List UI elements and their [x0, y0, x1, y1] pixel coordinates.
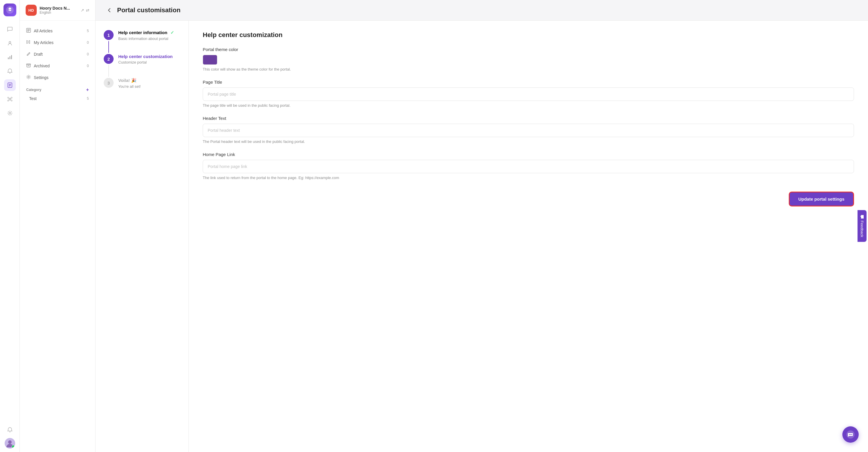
- step-1: 1 Help center information ✓ Basic inform…: [104, 30, 180, 54]
- sidebar-item-label: Draft: [34, 52, 42, 57]
- sidebar-category-test[interactable]: Test 5: [23, 94, 92, 103]
- step-1-connector: [108, 41, 109, 53]
- archived-icon: [26, 63, 31, 69]
- steps-panel: 1 Help center information ✓ Basic inform…: [96, 21, 189, 452]
- sidebar-item-label: My Articles: [34, 40, 54, 45]
- add-category-button[interactable]: +: [86, 87, 89, 92]
- workspace-name: Hoory Docs N...: [40, 6, 70, 10]
- bottom-icon-group: [4, 424, 16, 449]
- step-1-content: Help center information ✓ Basic informat…: [118, 30, 174, 54]
- category-section-title: Category +: [23, 84, 92, 94]
- contacts-nav-icon[interactable]: [4, 37, 16, 49]
- sidebar-nav: All Articles 5 My Articles 0 Draft 0: [20, 21, 95, 452]
- step-1-title: Help center information ✓: [118, 30, 174, 35]
- step-3: 3 Voila! 🎉 You're all set!: [104, 78, 180, 99]
- svg-point-3: [9, 41, 11, 43]
- page-header: Portal customisation: [96, 0, 868, 21]
- header-text-input[interactable]: [203, 124, 854, 137]
- feedback-tab[interactable]: Feedback: [858, 210, 867, 242]
- workspace-language: English: [40, 10, 70, 15]
- category-count: 5: [87, 96, 89, 101]
- step-1-check: ✓: [170, 30, 174, 35]
- theme-color-section: Portal theme color This color will show …: [203, 47, 854, 72]
- back-button[interactable]: [105, 6, 114, 15]
- feedback-message-icon: [860, 215, 864, 219]
- sidebar-header-icons[interactable]: ↗ ⇄: [81, 8, 89, 12]
- notifications-nav-icon[interactable]: [4, 65, 16, 77]
- my-articles-count: 0: [87, 40, 89, 45]
- settings-icon: [26, 75, 31, 81]
- sidebar-item-all-articles[interactable]: All Articles 5: [23, 25, 92, 36]
- all-articles-count: 5: [87, 29, 89, 33]
- sidebar-item-label: Archived: [34, 63, 50, 68]
- sidebar-item-draft[interactable]: Draft 0: [23, 49, 92, 60]
- form-panel: Help center customization Portal theme c…: [189, 21, 868, 452]
- step-3-title: Voila! 🎉: [118, 78, 141, 83]
- step-3-line: 3: [104, 78, 114, 99]
- page-title-section: Page Title The page title will be used i…: [203, 80, 854, 108]
- step-3-circle: 3: [104, 78, 114, 88]
- archived-count: 0: [87, 64, 89, 68]
- page-title-input[interactable]: [203, 87, 854, 101]
- svg-point-13: [9, 112, 11, 114]
- app-logo[interactable]: [3, 3, 16, 16]
- floating-chat-button[interactable]: [842, 426, 859, 443]
- sidebar-item-settings[interactable]: Settings: [23, 72, 92, 83]
- page-title-label: Page Title: [203, 80, 854, 85]
- svg-point-15: [8, 440, 12, 444]
- svg-point-9: [7, 97, 9, 98]
- sidebar-item-label: Settings: [34, 75, 49, 80]
- sidebar-item-archived[interactable]: Archived 0: [23, 60, 92, 72]
- step-2-connector: [108, 65, 109, 77]
- theme-color-label: Portal theme color: [203, 47, 854, 52]
- update-portal-settings-button[interactable]: Update portal settings: [789, 192, 854, 206]
- svg-rect-17: [27, 64, 31, 65]
- external-link-icon[interactable]: ↗: [81, 8, 84, 12]
- workspace-badge: HD: [26, 5, 37, 16]
- knowledge-nav-icon[interactable]: [4, 79, 16, 91]
- reports-nav-icon[interactable]: [4, 51, 16, 63]
- step-2-circle: 2: [104, 54, 114, 64]
- category-label: Category: [26, 88, 41, 92]
- sidebar: HD Hoory Docs N... English ↗ ⇄ All Artic…: [20, 0, 96, 452]
- chat-float-icon: [846, 430, 855, 439]
- step-2-line: 2: [104, 54, 114, 78]
- svg-rect-5: [9, 56, 10, 59]
- sidebar-header: HD Hoory Docs N... English ↗ ⇄: [20, 0, 95, 21]
- theme-color-hint: This color will show as the theme color …: [203, 67, 854, 72]
- draft-icon: [26, 51, 31, 57]
- my-articles-icon: [26, 40, 31, 46]
- svg-point-10: [11, 97, 12, 98]
- integrations-nav-icon[interactable]: [4, 93, 16, 105]
- svg-point-22: [851, 434, 852, 435]
- user-avatar[interactable]: [5, 438, 15, 449]
- svg-point-12: [11, 100, 12, 101]
- page-title: Portal customisation: [117, 6, 181, 14]
- step-3-content: Voila! 🎉 You're all set!: [118, 78, 141, 99]
- workspace-info: Hoory Docs N... English: [40, 6, 70, 15]
- header-text-section: Header Text The Portal header text will …: [203, 116, 854, 144]
- step-3-subtitle: You're all set!: [118, 84, 141, 89]
- feedback-label: Feedback: [860, 221, 864, 237]
- category-name: Test: [29, 96, 37, 101]
- header-text-hint: The Portal header text will be used in t…: [203, 139, 854, 144]
- color-swatch[interactable]: [203, 55, 217, 65]
- switch-icon[interactable]: ⇄: [86, 8, 89, 12]
- step-2-title: Help center customization: [118, 54, 173, 59]
- page-title-hint: The page title will be used in the publi…: [203, 103, 854, 108]
- settings-nav-icon[interactable]: [4, 107, 16, 119]
- chat-nav-icon[interactable]: [4, 23, 16, 35]
- main-content: Portal customisation 1 Help center infor…: [96, 0, 868, 452]
- svg-point-2: [10, 9, 11, 10]
- step-1-circle: 1: [104, 30, 114, 40]
- home-page-link-input[interactable]: [203, 160, 854, 173]
- nav-icon-group: [4, 23, 16, 424]
- bell-icon[interactable]: [4, 424, 16, 436]
- home-page-link-label: Home Page Link: [203, 152, 854, 157]
- form-heading: Help center customization: [203, 31, 854, 39]
- draft-count: 0: [87, 52, 89, 56]
- sidebar-item-label: All Articles: [34, 29, 53, 33]
- all-articles-icon: [26, 28, 31, 34]
- sidebar-item-my-articles[interactable]: My Articles 0: [23, 37, 92, 48]
- svg-point-1: [8, 9, 9, 10]
